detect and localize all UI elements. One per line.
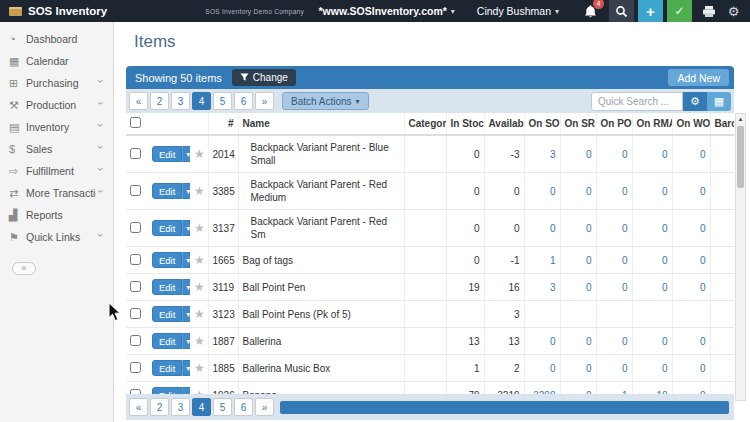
on-po-link[interactable]: 1: [596, 382, 632, 395]
settings-button[interactable]: ⚙: [721, 0, 746, 22]
page-button-next[interactable]: »: [255, 398, 274, 416]
on-rma-link[interactable]: 0: [632, 247, 672, 274]
on-po-link[interactable]: 0: [596, 274, 632, 301]
column-header-on-so[interactable]: On SO: [524, 113, 560, 135]
row-checkbox[interactable]: [130, 362, 141, 373]
on-wo-link[interactable]: 0: [672, 328, 710, 355]
page-button-4[interactable]: 4: [192, 398, 211, 416]
tasks-button[interactable]: ✓: [667, 0, 692, 22]
column-header-category[interactable]: Category: [404, 113, 446, 135]
notifications-button[interactable]: 4: [579, 4, 601, 18]
on-wo-link[interactable]: 0: [672, 135, 710, 173]
edit-dropdown-button[interactable]: ▾: [182, 252, 190, 268]
on-wo-link[interactable]: [672, 301, 710, 328]
select-all-checkbox[interactable]: [130, 117, 141, 128]
sidebar-item-production[interactable]: ⚒Production›: [0, 94, 113, 116]
star-icon[interactable]: ★: [194, 184, 205, 198]
row-checkbox[interactable]: [130, 222, 141, 233]
on-wo-link[interactable]: 0: [672, 210, 710, 247]
page-button-6[interactable]: 6: [234, 398, 253, 416]
on-sr-link[interactable]: 0: [560, 247, 596, 274]
row-checkbox[interactable]: [130, 254, 141, 265]
on-so-link[interactable]: 0: [524, 210, 560, 247]
edit-button[interactable]: Edit: [152, 183, 182, 199]
edit-dropdown-button[interactable]: ▾: [182, 146, 190, 162]
on-sr-link[interactable]: 0: [560, 135, 596, 173]
edit-dropdown-button[interactable]: ▾: [182, 183, 190, 199]
edit-dropdown-button[interactable]: ▾: [182, 220, 190, 236]
page-button-3[interactable]: 3: [171, 92, 190, 110]
on-rma-link[interactable]: 0: [632, 210, 672, 247]
add-new-button[interactable]: Add New: [668, 69, 729, 86]
on-so-link[interactable]: 0: [524, 355, 560, 382]
on-sr-link[interactable]: [560, 301, 596, 328]
page-button-2[interactable]: 2: [150, 398, 169, 416]
edit-dropdown-button[interactable]: ▾: [182, 306, 190, 322]
user-menu[interactable]: Cindy Bushman ▾: [477, 5, 559, 17]
on-rma-link[interactable]: 0: [632, 328, 672, 355]
on-wo-link[interactable]: 0: [672, 274, 710, 301]
on-po-link[interactable]: 0: [596, 247, 632, 274]
vertical-scrollbar-thumb[interactable]: [737, 126, 744, 188]
on-sr-link[interactable]: 0: [560, 382, 596, 395]
on-sr-link[interactable]: 0: [560, 355, 596, 382]
edit-dropdown-button[interactable]: ▾: [182, 360, 190, 376]
page-button-6[interactable]: 6: [234, 92, 253, 110]
sidebar-item-quick-links[interactable]: ⚑Quick Links›: [0, 226, 113, 248]
star-icon[interactable]: ★: [194, 280, 205, 294]
on-rma-link[interactable]: 0: [632, 274, 672, 301]
search-button[interactable]: [609, 0, 634, 22]
quick-search-input[interactable]: [591, 92, 683, 111]
column-header-available[interactable]: Available: [484, 113, 524, 135]
sidebar-item-more-transactions[interactable]: ⇄More Transactions›: [0, 182, 113, 204]
page-button-prev[interactable]: «: [129, 398, 148, 416]
page-button-next[interactable]: »: [255, 92, 274, 110]
sidebar-item-dashboard[interactable]: ◔Dashboard: [0, 28, 113, 50]
page-button-5[interactable]: 5: [213, 92, 232, 110]
on-so-link[interactable]: 1: [524, 247, 560, 274]
star-icon[interactable]: ★: [194, 361, 205, 375]
on-po-link[interactable]: 0: [596, 173, 632, 210]
edit-dropdown-button[interactable]: ▾: [182, 387, 190, 394]
column-header-num[interactable]: #: [208, 113, 238, 135]
page-button-4[interactable]: 4: [192, 92, 211, 110]
on-rma-link[interactable]: 0: [632, 355, 672, 382]
on-so-link[interactable]: 0: [524, 328, 560, 355]
on-so-link[interactable]: 3298: [524, 382, 560, 395]
on-so-link[interactable]: 3: [524, 135, 560, 173]
on-wo-link[interactable]: 0: [672, 247, 710, 274]
sidebar-item-reports[interactable]: ▟Reports: [0, 204, 113, 226]
on-so-link[interactable]: [524, 301, 560, 328]
row-checkbox[interactable]: [130, 335, 141, 346]
row-checkbox[interactable]: [130, 185, 141, 196]
on-rma-link[interactable]: 0: [632, 173, 672, 210]
row-checkbox[interactable]: [130, 281, 141, 292]
page-button-3[interactable]: 3: [171, 398, 190, 416]
on-po-link[interactable]: 0: [596, 355, 632, 382]
edit-button[interactable]: Edit: [152, 146, 182, 162]
on-rma-link[interactable]: 0: [632, 135, 672, 173]
sidebar-item-fulfillment[interactable]: ⇨Fulfillment›: [0, 160, 113, 182]
quick-add-button[interactable]: +: [638, 0, 663, 22]
column-header-on-wo[interactable]: On WO: [672, 113, 710, 135]
star-icon[interactable]: ★: [194, 307, 205, 321]
on-wo-link[interactable]: 0: [672, 382, 710, 395]
column-header-on-po[interactable]: On PO: [596, 113, 632, 135]
column-header-barcode[interactable]: Barcode: [710, 113, 734, 135]
on-so-link[interactable]: 0: [524, 173, 560, 210]
column-settings-button[interactable]: ⚙: [683, 92, 707, 111]
edit-button[interactable]: Edit: [152, 252, 182, 268]
horizontal-scrollbar[interactable]: [280, 401, 729, 414]
batch-actions-button[interactable]: Batch Actions ▾: [282, 92, 369, 110]
on-rma-link[interactable]: 10: [632, 382, 672, 395]
on-sr-link[interactable]: 0: [560, 173, 596, 210]
on-rma-link[interactable]: [632, 301, 672, 328]
on-po-link[interactable]: 0: [596, 135, 632, 173]
column-header-on-sr[interactable]: On SR: [560, 113, 596, 135]
print-button[interactable]: [696, 0, 721, 22]
edit-button[interactable]: Edit: [152, 306, 182, 322]
column-header-on-rma[interactable]: On RMA: [632, 113, 672, 135]
row-checkbox[interactable]: [130, 308, 141, 319]
on-po-link[interactable]: 0: [596, 328, 632, 355]
grid-view-button[interactable]: ▦: [707, 92, 731, 111]
